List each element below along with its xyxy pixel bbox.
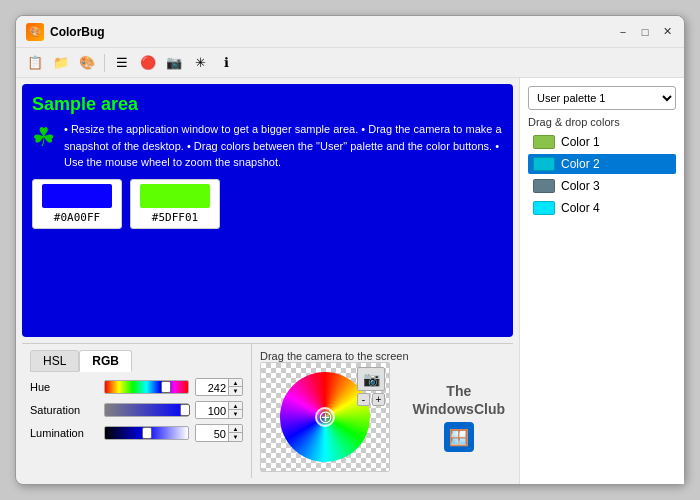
color-wheel-center: ⊕: [315, 407, 335, 427]
color-dot-4: [533, 201, 555, 215]
tab-rgb[interactable]: RGB: [79, 350, 132, 372]
palette-button[interactable]: 🎨: [76, 52, 98, 74]
sat-down[interactable]: ▼: [229, 410, 242, 418]
arrow-button[interactable]: ✳: [189, 52, 211, 74]
tab-hsl[interactable]: HSL: [30, 350, 79, 372]
swatch-1[interactable]: #0A00FF: [32, 179, 122, 229]
hue-value[interactable]: [196, 379, 228, 396]
bottom-row: HSL RGB Hue ▲ ▼: [22, 343, 513, 478]
crosshair-icon: ⊕: [318, 406, 333, 428]
minimize-button[interactable]: −: [616, 25, 630, 39]
lumination-row: Lumination ▲ ▼: [30, 424, 243, 442]
main-window: 🎨 ColorBug − □ ✕ 📋 📁 🎨 ☰ 🔴 📷 ✳ ℹ Sample …: [15, 15, 685, 485]
toolbar: 📋 📁 🎨 ☰ 🔴 📷 ✳ ℹ: [16, 48, 684, 78]
color-dot-3: [533, 179, 555, 193]
swatch-2-color: [140, 184, 210, 208]
hue-row: Hue ▲ ▼: [30, 378, 243, 396]
toolbar-separator: [104, 54, 105, 72]
drag-drop-label: Drag & drop colors: [528, 116, 676, 128]
swatch-1-color: [42, 184, 112, 208]
lum-down[interactable]: ▼: [229, 433, 242, 441]
app-icon: 🎨: [26, 23, 44, 41]
camera-area: ⊕ 📷 - +: [260, 362, 505, 472]
palette-select[interactable]: User palette 1 User palette 2: [528, 86, 676, 110]
lumination-slider[interactable]: [104, 426, 189, 440]
color-dot-1: [533, 135, 555, 149]
shamrock-icon: ☘: [32, 122, 55, 153]
color-name-4: Color 4: [561, 201, 600, 215]
sample-area-title: Sample area: [32, 94, 503, 115]
info-button[interactable]: ℹ: [215, 52, 237, 74]
app-title: ColorBug: [50, 25, 616, 39]
brand-line2: WindowsClub: [413, 400, 505, 418]
color-swatches: #0A00FF #5DFF01: [32, 179, 503, 229]
tabs: HSL RGB: [30, 350, 243, 372]
camera-snap-button[interactable]: 📷: [357, 367, 385, 391]
camera-brand-panel: Drag the camera to the screen ⊕ 📷: [252, 343, 513, 478]
brand-line1: The: [413, 382, 505, 400]
saturation-row: Saturation ▲ ▼: [30, 401, 243, 419]
hue-slider[interactable]: [104, 380, 189, 394]
list-button[interactable]: ☰: [111, 52, 133, 74]
hue-up[interactable]: ▲: [229, 379, 242, 387]
lumination-spinner[interactable]: ▲ ▼: [195, 424, 243, 442]
lumination-value[interactable]: [196, 425, 228, 442]
color-item-4[interactable]: Color 4: [528, 198, 676, 218]
open-button[interactable]: 📁: [50, 52, 72, 74]
sample-area-text: • Resize the application window to get a…: [64, 121, 503, 171]
brand-icon: 🪟: [444, 422, 474, 452]
zoom-controls: - +: [357, 393, 385, 406]
hue-spinner[interactable]: ▲ ▼: [195, 378, 243, 396]
color-list: Color 1 Color 2 Color 3 Color 4: [528, 132, 676, 218]
color-name-2: Color 2: [561, 157, 600, 171]
hsl-rgb-panel: HSL RGB Hue ▲ ▼: [22, 343, 252, 478]
camera-section-label: Drag the camera to the screen: [260, 350, 505, 362]
color-item-2[interactable]: Color 2: [528, 154, 676, 174]
swatch-2-label: #5DFF01: [152, 211, 198, 224]
camera-section: Drag the camera to the screen ⊕ 📷: [252, 344, 513, 478]
brand-area: The WindowsClub 🪟: [413, 362, 505, 472]
saturation-value[interactable]: [196, 402, 228, 419]
color-dot-2: [533, 157, 555, 171]
color-wheel-button[interactable]: 🔴: [137, 52, 159, 74]
main-content: Sample area ☘ • Resize the application w…: [16, 78, 684, 484]
camera-controls: 📷 - +: [357, 367, 385, 406]
color-name-3: Color 3: [561, 179, 600, 193]
saturation-spinner[interactable]: ▲ ▼: [195, 401, 243, 419]
close-button[interactable]: ✕: [660, 25, 674, 39]
sample-area: Sample area ☘ • Resize the application w…: [22, 84, 513, 337]
copy-button[interactable]: 📋: [24, 52, 46, 74]
hue-label: Hue: [30, 381, 98, 393]
left-panel: Sample area ☘ • Resize the application w…: [16, 78, 519, 484]
color-name-1: Color 1: [561, 135, 600, 149]
zoom-plus-button[interactable]: +: [372, 393, 385, 406]
hue-down[interactable]: ▼: [229, 387, 242, 395]
right-panel: User palette 1 User palette 2 Drag & dro…: [519, 78, 684, 484]
lumination-label: Lumination: [30, 427, 98, 439]
saturation-slider[interactable]: [104, 403, 189, 417]
maximize-button[interactable]: □: [638, 25, 652, 39]
color-item-3[interactable]: Color 3: [528, 176, 676, 196]
titlebar: 🎨 ColorBug − □ ✕: [16, 16, 684, 48]
saturation-label: Saturation: [30, 404, 98, 416]
swatch-1-label: #0A00FF: [54, 211, 100, 224]
camera-preview[interactable]: ⊕ 📷 - +: [260, 362, 390, 472]
snapshot-button[interactable]: 📷: [163, 52, 185, 74]
lum-up[interactable]: ▲: [229, 425, 242, 433]
swatch-2[interactable]: #5DFF01: [130, 179, 220, 229]
window-controls: − □ ✕: [616, 25, 674, 39]
sat-up[interactable]: ▲: [229, 402, 242, 410]
brand-text: The WindowsClub: [413, 382, 505, 418]
color-item-1[interactable]: Color 1: [528, 132, 676, 152]
zoom-minus-button[interactable]: -: [357, 393, 370, 406]
